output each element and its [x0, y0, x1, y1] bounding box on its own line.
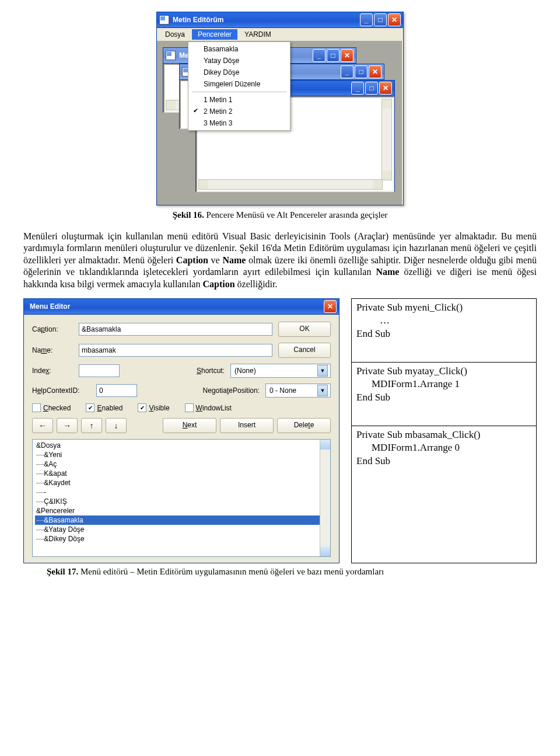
child3-close[interactable]: ✕: [379, 82, 392, 95]
menu-yardim[interactable]: YARDIM: [239, 29, 277, 40]
negpos-value: 0 - None: [270, 386, 296, 395]
windowlist-checkbox[interactable]: WindowList: [185, 403, 232, 412]
checkbox-icon: [185, 403, 194, 412]
code-cell-2: Private Sub myatay_Click() MDIForm1.Arra…: [352, 363, 536, 426]
child3-minimize[interactable]: _: [351, 82, 364, 95]
list-item[interactable]: ····&Basamakla: [35, 515, 330, 525]
maximize-button[interactable]: □: [374, 13, 387, 26]
child3-vscroll[interactable]: [382, 99, 392, 180]
caption-input[interactable]: [79, 323, 272, 336]
me-close-button[interactable]: ✕: [324, 300, 337, 313]
dropdown-arrow-icon: ▼: [317, 385, 328, 396]
list-item[interactable]: ····&Yeni: [35, 450, 330, 459]
code-table: Private Sub myeni_Click() … End Sub Priv…: [351, 298, 537, 563]
figure-17-text: Menü editörü – Metin Editörüm uygulaması…: [78, 567, 384, 576]
pencereler-dropdown: Basamakla Yatay Döşe Dikey Döşe Simgeler…: [188, 41, 290, 131]
delete-button[interactable]: Delete: [277, 418, 331, 433]
shortcut-select[interactable]: (None) ▼: [230, 364, 331, 378]
figure-17-label: Şekil 17.: [47, 567, 78, 576]
enabled-checkbox[interactable]: ✔ Enabled: [86, 403, 123, 412]
mdi-main-window: Metin Editörüm _ □ ✕ Dosya Pencereler YA…: [156, 12, 404, 205]
checkbox-icon: ✔: [138, 403, 146, 412]
figure-17-caption: Şekil 17. Menü editörü – Metin Editörüm …: [47, 567, 537, 577]
move-up-button[interactable]: ↑: [81, 418, 102, 433]
body-paragraph: Menüleri oluşturmak için kullanılan menü…: [23, 231, 537, 290]
helpcontext-input[interactable]: [96, 384, 137, 397]
helpcontext-label: HelpContextID:: [32, 386, 90, 395]
checked-checkbox[interactable]: Checked: [32, 403, 71, 412]
menu-dosya[interactable]: Dosya: [159, 29, 191, 40]
index-input[interactable]: [79, 364, 120, 377]
main-title: Metin Editörüm: [173, 16, 360, 24]
list-item[interactable]: ····&Dikey Döşe: [35, 534, 330, 544]
menubar: Dosya Pencereler YARDIM: [157, 28, 403, 41]
mdi-client-area: Me _ □ ✕ _ □: [157, 41, 402, 205]
child3-maximize[interactable]: □: [365, 82, 378, 95]
child1-close[interactable]: ✕: [341, 49, 354, 62]
child1-maximize[interactable]: □: [327, 49, 340, 62]
dd-basamakla[interactable]: Basamakla: [190, 43, 289, 55]
child2-close[interactable]: ✕: [369, 65, 382, 78]
dd-yatay[interactable]: Yatay Döşe: [190, 55, 289, 67]
visible-checkbox[interactable]: ✔ Visible: [138, 403, 169, 412]
list-item[interactable]: &Pencereler: [35, 506, 330, 515]
dd-dikey[interactable]: Dikey Döşe: [190, 67, 289, 78]
list-item[interactable]: ····K&apat: [35, 469, 330, 478]
dd-separator: [192, 92, 286, 92]
close-button[interactable]: ✕: [388, 13, 401, 26]
main-titlebar[interactable]: Metin Editörüm _ □ ✕: [157, 12, 403, 28]
child3-hscroll[interactable]: [198, 179, 383, 190]
shortcut-value: (None): [235, 367, 256, 375]
index-label: Index:: [32, 367, 73, 375]
figure-16-text: Pencere Menüsü ve Alt Pencereler arasınd…: [204, 210, 387, 220]
dropdown-arrow-icon: ▼: [317, 365, 328, 377]
figure-16-caption: Şekil 16. Pencere Menüsü ve Alt Pencerel…: [23, 210, 537, 220]
list-item[interactable]: &Dosya: [35, 441, 330, 450]
code-cell-1: Private Sub myeni_Click() … End Sub: [352, 299, 536, 363]
me-titlebar[interactable]: Menu Editor ✕: [24, 299, 339, 315]
code-cell-3: Private Sub mbasamak_Click() MDIForm1.Ar…: [352, 426, 536, 563]
checkbox-icon: [32, 403, 41, 412]
list-vscroll[interactable]: [320, 440, 330, 556]
list-item[interactable]: ····&Yatay Döşe: [35, 525, 330, 534]
me-title: Menu Editor: [26, 302, 324, 311]
negpos-label: NegotiatePosition:: [203, 386, 260, 395]
list-item[interactable]: ····Ç&IKIŞ: [35, 497, 330, 506]
caption-label: Caption:: [32, 325, 73, 333]
dd-win3[interactable]: 3 Metin 3: [190, 117, 289, 129]
child1-icon: [166, 51, 176, 60]
checkbox-icon: ✔: [86, 403, 94, 412]
insert-button[interactable]: Insert: [220, 418, 274, 433]
dd-simgeler[interactable]: Simgeleri Düzenle: [190, 78, 289, 90]
list-item[interactable]: ····&Kaydet: [35, 478, 330, 487]
dd-win1[interactable]: 1 Metin 1: [190, 94, 289, 106]
name-label: Name:: [32, 346, 73, 354]
child1-minimize[interactable]: _: [313, 49, 326, 62]
child2-maximize[interactable]: □: [355, 65, 368, 78]
dd-win2[interactable]: 2 Metin 2: [190, 106, 289, 117]
figure-16-label: Şekil 16.: [173, 210, 204, 220]
menu-editor-window: Menu Editor ✕ Caption: OK Name: Cancel I…: [23, 298, 340, 563]
cancel-button[interactable]: Cancel: [278, 343, 331, 358]
name-input[interactable]: [79, 344, 272, 357]
list-item[interactable]: ····&Aç: [35, 459, 330, 469]
move-down-button[interactable]: ↓: [106, 418, 127, 433]
move-right-button[interactable]: →: [57, 418, 78, 433]
app-icon: [159, 15, 169, 25]
menu-pencereler[interactable]: Pencereler: [192, 29, 237, 40]
minimize-button[interactable]: _: [360, 13, 373, 26]
ok-button[interactable]: OK: [278, 322, 331, 337]
shortcut-label: Shortcut:: [197, 367, 225, 375]
move-left-button[interactable]: ←: [32, 418, 53, 433]
negpos-select[interactable]: 0 - None ▼: [265, 384, 331, 398]
child2-minimize[interactable]: _: [341, 65, 354, 78]
menu-items-list[interactable]: &Dosya····&Yeni····&Aç····K&apat····&Kay…: [32, 439, 331, 557]
next-button[interactable]: Next: [163, 418, 216, 433]
list-item[interactable]: ····-: [35, 487, 330, 497]
